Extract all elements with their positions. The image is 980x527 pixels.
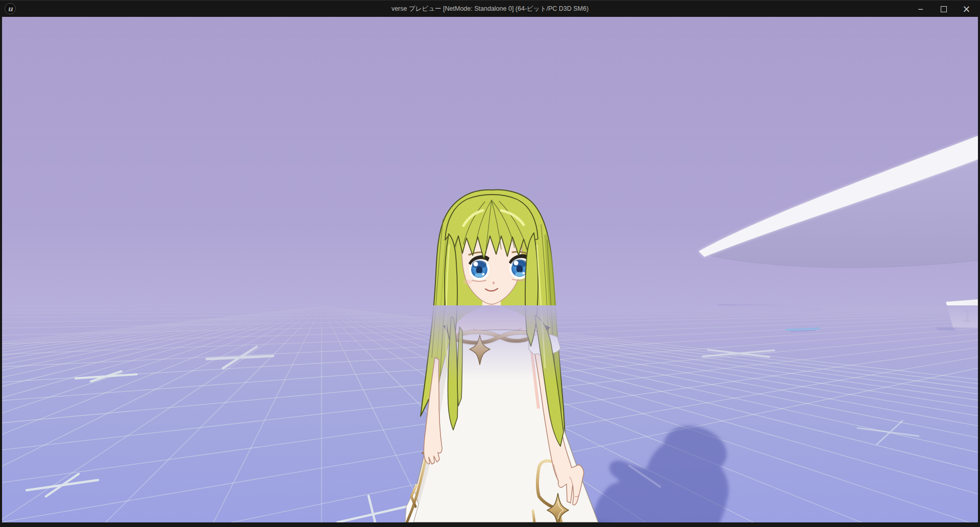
nose [493, 281, 495, 284]
horizon-fog [2, 305, 978, 380]
unreal-engine-logo-icon: u [5, 3, 16, 14]
close-icon: × [963, 4, 971, 14]
titlebar: u verse プレビュー [NetMode: Standalone 0] (6… [0, 0, 980, 17]
maximize-button[interactable] [932, 1, 955, 17]
game-viewport[interactable]: 1 [2, 17, 978, 522]
minimize-icon: ─ [918, 5, 922, 13]
minimize-button[interactable]: ─ [909, 1, 932, 17]
maximize-icon [941, 6, 947, 12]
window-title: verse プレビュー [NetMode: Standalone 0] (64-… [391, 1, 589, 17]
window-controls: ─ × [909, 1, 978, 17]
logo-glyph: u [8, 5, 13, 12]
close-button[interactable]: × [955, 1, 978, 17]
3d-scene: 1 [2, 17, 978, 522]
app-window: u verse プレビュー [NetMode: Standalone 0] (6… [0, 0, 980, 527]
